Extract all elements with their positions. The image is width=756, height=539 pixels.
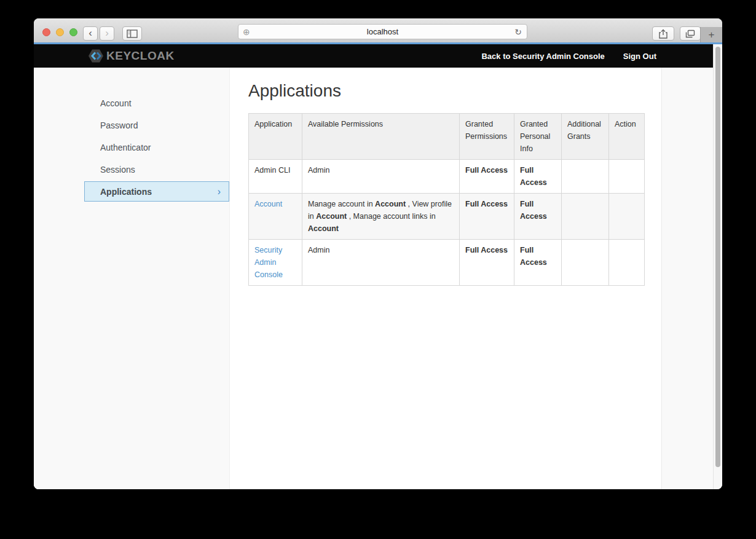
share-icon xyxy=(659,29,667,39)
new-tab-plus-icon: + xyxy=(709,30,715,40)
column-header: Application xyxy=(249,114,302,160)
column-header: Additional Grants xyxy=(562,114,609,160)
browser-scrollbar[interactable] xyxy=(713,44,722,489)
application-cell: Account xyxy=(249,194,302,240)
back-icon: ‹ xyxy=(89,28,92,39)
content-panel: Applications ApplicationAvailable Permis… xyxy=(229,68,662,489)
sidebar-item-label: Account xyxy=(100,98,132,108)
sidebar-item-label: Sessions xyxy=(100,165,135,175)
additional-grants-cell xyxy=(562,160,609,194)
share-button[interactable] xyxy=(652,26,674,41)
keycloak-navbar: KEYCLOAK Back to Security Admin Console … xyxy=(34,44,713,68)
granted-personal-info-cell: Full Access xyxy=(514,240,562,286)
url-text: localhost xyxy=(238,27,527,36)
additional-grants-cell xyxy=(562,194,609,240)
sidebar-item-authenticator[interactable]: Authenticator xyxy=(84,136,229,159)
new-tab-button[interactable]: + xyxy=(700,27,722,42)
minimize-window-button[interactable] xyxy=(56,28,64,36)
sidebar-item-label: Applications xyxy=(100,187,152,197)
tab-overview-button[interactable] xyxy=(680,26,701,41)
column-header: Action xyxy=(609,114,645,160)
granted-personal-info-cell: Full Access xyxy=(514,160,562,194)
table-row: Security Admin ConsoleAdminFull AccessFu… xyxy=(249,240,645,286)
sign-out-link[interactable]: Sign Out xyxy=(623,52,656,61)
url-circle-plus-icon[interactable]: ⊕ xyxy=(243,28,250,36)
sidebar-item-label: Password xyxy=(100,120,138,130)
available-permissions-cell: Admin xyxy=(302,160,460,194)
granted-permissions-cell: Full Access xyxy=(460,160,514,194)
sidebar-item-label: Authenticator xyxy=(100,143,151,152)
browser-window: ‹ › ⊕ localhost ↻ xyxy=(34,18,722,489)
column-header: Granted Personal Info xyxy=(514,114,562,160)
web-page: KEYCLOAK Back to Security Admin Console … xyxy=(34,44,713,489)
action-cell xyxy=(609,194,645,240)
zoom-window-button[interactable] xyxy=(69,28,77,36)
granted-permissions-cell: Full Access xyxy=(460,240,514,286)
column-header: Granted Permissions xyxy=(460,114,514,160)
navbar-links: Back to Security Admin Console Sign Out xyxy=(481,52,713,61)
action-cell xyxy=(609,160,645,194)
chevron-right-icon: › xyxy=(218,186,229,197)
sidebar-toggle-button[interactable] xyxy=(122,26,142,41)
application-link[interactable]: Security Admin Console xyxy=(254,246,283,279)
available-permissions-cell: Manage account in Account , View profile… xyxy=(302,194,460,240)
tabs-icon xyxy=(685,30,695,38)
page-title: Applications xyxy=(248,80,661,102)
sidebar-toggle-icon xyxy=(127,30,138,38)
additional-grants-cell xyxy=(562,240,609,286)
forward-icon: › xyxy=(105,28,109,39)
applications-table: ApplicationAvailable PermissionsGranted … xyxy=(248,113,645,286)
page-body: Applications ApplicationAvailable Permis… xyxy=(34,68,713,489)
action-cell xyxy=(609,240,645,286)
keycloak-logo-icon xyxy=(88,49,104,63)
table-row: AccountManage account in Account , View … xyxy=(249,194,645,240)
granted-personal-info-cell: Full Access xyxy=(514,194,562,240)
sidebar-item-password[interactable]: Password xyxy=(84,114,229,136)
sidebar-item-account[interactable]: Account xyxy=(84,92,229,114)
table-header-row: ApplicationAvailable PermissionsGranted … xyxy=(249,114,645,160)
granted-permissions-cell: Full Access xyxy=(460,194,514,240)
address-bar[interactable]: ⊕ localhost ↻ xyxy=(238,24,527,39)
sidebar-item-sessions[interactable]: Sessions xyxy=(84,159,229,181)
keycloak-logo-text: KEYCLOAK xyxy=(106,49,175,63)
keycloak-logo[interactable]: KEYCLOAK xyxy=(88,49,175,63)
column-header: Available Permissions xyxy=(302,114,460,160)
application-cell: Security Admin Console xyxy=(249,240,302,286)
scrollbar-thumb[interactable] xyxy=(715,47,720,467)
back-button[interactable]: ‹ xyxy=(83,26,98,41)
sidebar-nav: AccountPasswordAuthenticatorSessionsAppl… xyxy=(84,92,229,203)
close-window-button[interactable] xyxy=(42,28,50,36)
browser-toolbar: ‹ › ⊕ localhost ↻ xyxy=(34,18,722,42)
forward-button[interactable]: › xyxy=(100,26,114,41)
main-content: Applications ApplicationAvailable Permis… xyxy=(230,68,661,286)
table-row: Admin CLIAdminFull AccessFull Access xyxy=(249,160,645,194)
back-to-admin-console-link[interactable]: Back to Security Admin Console xyxy=(481,52,604,61)
sidebar-item-applications[interactable]: Applications› xyxy=(84,181,229,202)
application-cell: Admin CLI xyxy=(249,160,302,194)
reload-icon[interactable]: ↻ xyxy=(514,28,522,36)
application-link[interactable]: Account xyxy=(254,200,282,208)
available-permissions-cell: Admin xyxy=(302,240,460,286)
